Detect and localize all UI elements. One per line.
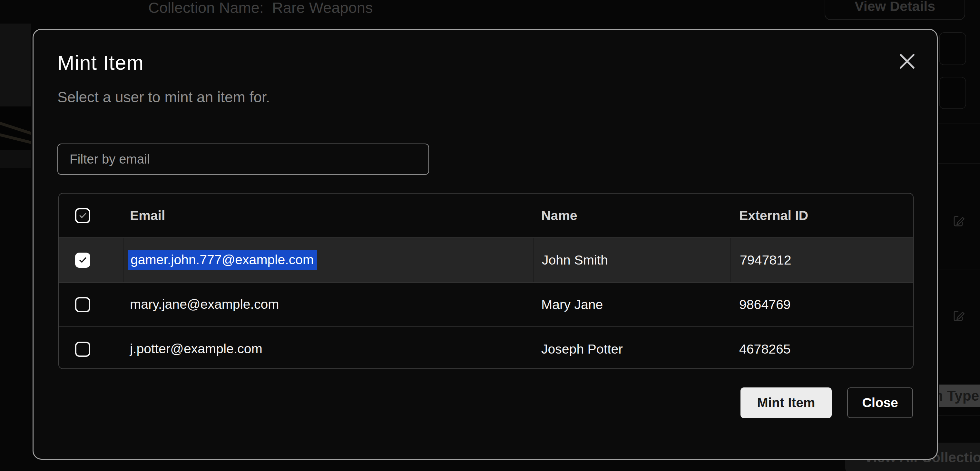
external-id-cell: 4678265 [730,327,913,369]
collection-thumbnail-image [0,107,31,150]
row-checkbox[interactable] [75,252,90,268]
background-panel-strip [0,150,31,168]
view-details-label: View Details [854,0,935,14]
filter-by-email-input[interactable] [57,144,429,175]
name-cell: John Smith [533,238,730,282]
select-all-checkbox[interactable] [75,208,90,223]
checkbox-cell [59,238,123,282]
email-value: j.potter@example.com [127,339,266,359]
checkbox-cell [59,327,123,369]
edit-pencil-icon[interactable] [951,214,966,228]
row-checkbox[interactable] [75,297,90,312]
close-icon[interactable] [897,51,918,72]
email-cell: j.potter@example.com [123,327,533,369]
background-button-outline [939,77,966,109]
modal-footer: Mint Item Close [740,388,913,418]
email-value: gamer.john.777@example.com [128,250,317,270]
collection-name-heading: Collection Name:Rare Weapons [148,0,373,19]
background-divider [939,269,980,269]
checkbox-cell [59,283,123,326]
email-value: mary.jane@example.com [127,295,282,315]
table-row[interactable]: j.potter@example.com Joseph Potter 46782… [59,326,913,369]
collection-name-label: Collection Name: [148,0,264,16]
item-type-button[interactable]: Item Type [939,385,980,407]
sword-graphic [0,132,31,146]
column-header-email: Email [123,193,533,238]
background-divider [939,124,980,124]
item-type-label: Item Type [939,388,979,404]
modal-title: Mint Item [57,51,144,74]
users-table: Email Name External ID gamer.john.777@ex… [58,193,913,369]
table-header-row: Email Name External ID [59,193,913,238]
background-divider [939,415,980,415]
table-row[interactable]: gamer.john.777@example.com John Smith 79… [59,238,913,282]
edit-pencil-icon[interactable] [951,308,966,323]
background-button-outline [939,32,966,65]
external-id-cell: 9864769 [730,283,913,326]
close-button[interactable]: Close [847,388,913,418]
mint-item-modal: Mint Item Select a user to mint an item … [33,29,938,460]
select-all-cell [59,193,123,238]
column-header-name: Name [533,193,730,238]
external-id-cell: 7947812 [730,238,913,282]
collection-name-value: Rare Weapons [272,0,373,16]
modal-subtitle: Select a user to mint an item for. [57,88,270,106]
name-cell: Joseph Potter [533,327,730,369]
background-side-panel [0,24,31,107]
email-cell: mary.jane@example.com [123,283,533,326]
background-divider [939,163,980,164]
row-checkbox[interactable] [75,342,90,357]
screen: Collection Name:Rare Weapons View Detail… [0,0,980,471]
email-cell: gamer.john.777@example.com [123,238,533,282]
view-details-button[interactable]: View Details [825,0,965,20]
mint-item-button[interactable]: Mint Item [740,388,832,418]
name-cell: Mary Jane [533,283,730,326]
column-header-external-id: External ID [730,193,913,238]
table-row[interactable]: mary.jane@example.com Mary Jane 9864769 [59,282,913,326]
